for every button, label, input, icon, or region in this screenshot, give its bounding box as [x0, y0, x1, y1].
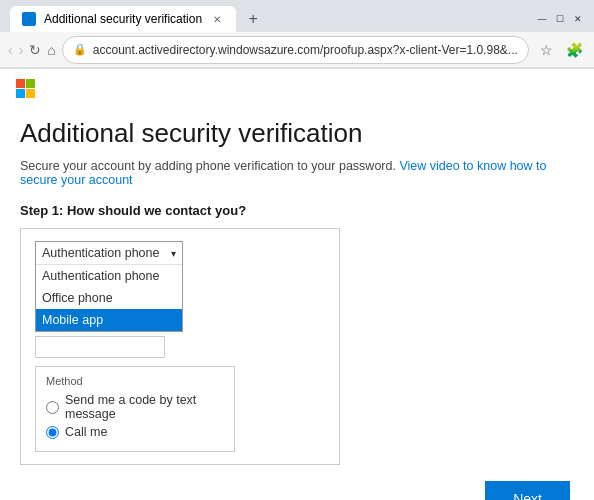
step-label: Step 1: How should we contact you? [20, 203, 574, 218]
page-subtitle: Secure your account by adding phone veri… [20, 159, 574, 187]
browser-tab[interactable]: Additional security verification ✕ [10, 6, 236, 32]
window-controls: — ☐ ✕ [536, 13, 584, 25]
title-bar-left: Additional security verification ✕ + [10, 6, 266, 32]
extensions-icon[interactable]: 🧩 [563, 38, 587, 62]
tab-favicon [22, 12, 36, 26]
dropdown-header[interactable]: Authentication phone ▾ [36, 242, 182, 265]
browser-chrome: Additional security verification ✕ + — ☐… [0, 0, 594, 69]
ms-logo-yellow [26, 89, 35, 98]
star-icon[interactable]: ☆ [535, 38, 559, 62]
dropdown-option-0[interactable]: Authentication phone [36, 265, 182, 287]
sms-radio[interactable] [46, 401, 59, 414]
phone-number-input[interactable] [35, 336, 165, 358]
method-legend: Method [46, 375, 224, 387]
new-tab-button[interactable]: + [240, 6, 266, 32]
title-bar: Additional security verification ✕ + — ☐… [0, 0, 594, 32]
dropdown-open-list: Authentication phone ▾ Authentication ph… [35, 241, 183, 332]
dropdown-option-1[interactable]: Office phone [36, 287, 182, 309]
form-section: Authentication phone ▾ Authentication ph… [20, 228, 340, 465]
home-button[interactable]: ⌂ [47, 38, 55, 62]
page-body: Additional security verification Secure … [0, 108, 594, 500]
radio-row-call: Call me [46, 425, 224, 439]
nav-bar: ‹ › ↻ ⌂ 🔒 account.activedirectory.window… [0, 32, 594, 68]
refresh-button[interactable]: ↻ [29, 38, 41, 62]
call-label: Call me [65, 425, 107, 439]
tab-close-button[interactable]: ✕ [210, 12, 224, 26]
ms-logo [0, 69, 594, 108]
address-text: account.activedirectory.windowsazure.com… [93, 43, 518, 57]
close-button[interactable]: ✕ [572, 13, 584, 25]
subtitle-text: Secure your account by adding phone veri… [20, 159, 396, 173]
ms-logo-blue [16, 89, 25, 98]
ms-logo-squares [16, 79, 35, 98]
lock-icon: 🔒 [73, 43, 87, 56]
minimize-button[interactable]: — [536, 13, 548, 25]
tab-title: Additional security verification [44, 12, 202, 26]
page-content: Additional security verification Secure … [0, 69, 594, 500]
next-button[interactable]: Next [485, 481, 570, 500]
forward-button[interactable]: › [19, 38, 24, 62]
call-radio[interactable] [46, 426, 59, 439]
dropdown-arrow-icon: ▾ [171, 248, 176, 259]
sms-label: Send me a code by text message [65, 393, 224, 421]
phone-input-row [35, 336, 325, 358]
address-bar[interactable]: 🔒 account.activedirectory.windowsazure.c… [62, 36, 529, 64]
ms-logo-green [26, 79, 35, 88]
dropdown-option-2[interactable]: Mobile app [36, 309, 182, 331]
dropdown-selected-label: Authentication phone [42, 246, 159, 260]
next-btn-row: Next [20, 481, 574, 500]
nav-icons-right: ☆ 🧩 ⋮ [535, 38, 594, 62]
back-button[interactable]: ‹ [8, 38, 13, 62]
page-title: Additional security verification [20, 118, 574, 149]
maximize-button[interactable]: ☐ [554, 13, 566, 25]
radio-row-sms: Send me a code by text message [46, 393, 224, 421]
ms-logo-red [16, 79, 25, 88]
method-group: Method Send me a code by text message Ca… [35, 366, 235, 452]
